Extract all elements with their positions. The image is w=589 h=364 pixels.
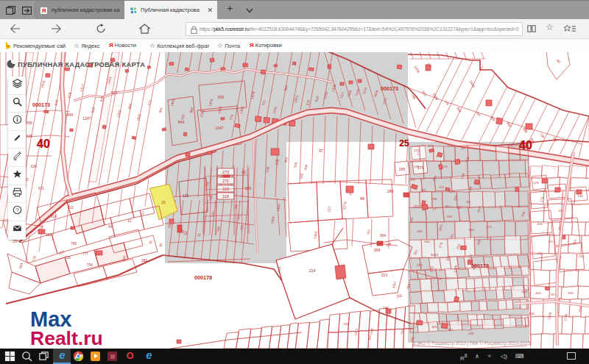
- svg-text:26: 26: [161, 200, 166, 204]
- svg-text:130: 130: [577, 194, 583, 198]
- svg-text:882: 882: [46, 233, 52, 237]
- svg-text:223: 223: [58, 250, 66, 256]
- svg-text:726: 726: [65, 256, 71, 260]
- svg-text:172: 172: [428, 144, 434, 148]
- svg-text:318: 318: [222, 194, 229, 199]
- svg-text:171: 171: [486, 225, 492, 229]
- svg-text:815: 815: [421, 90, 427, 98]
- svg-text:151: 151: [366, 229, 371, 235]
- svg-text:222: 222: [439, 185, 445, 189]
- svg-text:12: 12: [127, 219, 132, 223]
- svg-text:754: 754: [87, 263, 93, 267]
- svg-text:860: 860: [127, 103, 133, 110]
- svg-text:?: ?: [15, 207, 18, 214]
- svg-text:25: 25: [399, 138, 409, 149]
- svg-text:1303: 1303: [116, 110, 122, 118]
- svg-text:40: 40: [37, 138, 50, 150]
- svg-text:1602: 1602: [136, 113, 142, 122]
- svg-text:20: 20: [556, 59, 561, 64]
- svg-text:771: 771: [147, 99, 152, 106]
- svg-text:268: 268: [374, 248, 381, 252]
- svg-text:383: 383: [141, 259, 147, 263]
- svg-text:21: 21: [13, 240, 17, 243]
- svg-text:272: 272: [222, 179, 229, 183]
- svg-text:859: 859: [91, 107, 96, 113]
- svg-text:814: 814: [51, 215, 57, 218]
- svg-text:854: 854: [456, 107, 462, 114]
- svg-text:217: 217: [326, 206, 331, 213]
- svg-text:ЕЭКО © Росреестр 2010 | ПКК ©: ЕЭКО © Росреестр 2010 | ПКК © Росреестр …: [413, 340, 531, 346]
- svg-text:656: 656: [27, 121, 32, 125]
- svg-text:921: 921: [448, 328, 454, 332]
- svg-text:273: 273: [222, 170, 229, 174]
- svg-text:296: 296: [431, 197, 437, 201]
- svg-text:000173: 000173: [381, 85, 398, 92]
- svg-text:769: 769: [71, 242, 77, 246]
- svg-text:000178: 000178: [471, 263, 489, 269]
- svg-text:168: 168: [383, 306, 389, 310]
- svg-text:991: 991: [158, 107, 163, 113]
- svg-text:846: 846: [67, 113, 74, 117]
- svg-text:237: 237: [537, 251, 543, 255]
- svg-text:000178: 000178: [194, 274, 212, 281]
- svg-text:168: 168: [344, 322, 350, 326]
- svg-text:64: 64: [108, 225, 113, 229]
- svg-text:131: 131: [414, 149, 420, 152]
- svg-text:68: 68: [360, 196, 364, 201]
- svg-text:223: 223: [442, 165, 448, 168]
- svg-text:842: 842: [506, 121, 512, 129]
- svg-text:798: 798: [410, 93, 416, 101]
- svg-text:616: 616: [54, 99, 59, 106]
- svg-text:185: 185: [399, 167, 406, 171]
- svg-text:325: 325: [469, 332, 475, 335]
- svg-text:1274: 1274: [342, 201, 348, 210]
- svg-text:111: 111: [549, 240, 554, 243]
- svg-text:225: 225: [409, 178, 415, 182]
- svg-text:1256: 1256: [414, 65, 421, 74]
- svg-text:31: 31: [148, 240, 152, 245]
- svg-text:220: 220: [420, 188, 426, 192]
- svg-text:774: 774: [443, 99, 449, 107]
- svg-text:150: 150: [572, 239, 577, 246]
- svg-text:152: 152: [579, 254, 585, 258]
- svg-text:134: 134: [521, 290, 527, 293]
- svg-text:406: 406: [529, 312, 535, 315]
- svg-text:181: 181: [456, 206, 462, 210]
- svg-text:261: 261: [396, 293, 403, 299]
- svg-text:769: 769: [446, 215, 452, 218]
- svg-text:1319: 1319: [353, 328, 359, 336]
- svg-text:364: 364: [18, 263, 24, 269]
- svg-text:30: 30: [158, 243, 163, 248]
- svg-text:214: 214: [308, 268, 315, 273]
- svg-text:269: 269: [283, 157, 289, 163]
- svg-text:264: 264: [424, 240, 430, 243]
- svg-text:27: 27: [141, 210, 145, 215]
- svg-text:294: 294: [417, 229, 423, 233]
- svg-text:846: 846: [178, 120, 185, 124]
- svg-text:1353: 1353: [313, 231, 318, 239]
- svg-text:1347: 1347: [82, 116, 91, 121]
- svg-text:209: 209: [293, 162, 298, 168]
- svg-text:405: 405: [432, 325, 438, 329]
- svg-text:121: 121: [183, 193, 189, 198]
- svg-text:926: 926: [218, 95, 225, 99]
- svg-text:635: 635: [27, 135, 32, 138]
- svg-text:186: 186: [387, 189, 393, 193]
- svg-text:3157: 3157: [392, 281, 398, 289]
- svg-text:643: 643: [449, 190, 455, 193]
- svg-text:87: 87: [446, 204, 450, 208]
- svg-text:634: 634: [31, 165, 37, 168]
- svg-text:394: 394: [380, 233, 387, 238]
- svg-text:202: 202: [417, 263, 423, 267]
- svg-text:208: 208: [299, 173, 304, 179]
- svg-text:235: 235: [414, 165, 420, 168]
- svg-text:1706: 1706: [563, 313, 568, 321]
- svg-text:000173: 000173: [32, 101, 50, 108]
- svg-text:322: 322: [414, 204, 420, 208]
- svg-text:344: 344: [468, 228, 474, 232]
- svg-text:171: 171: [448, 144, 454, 148]
- svg-text:777: 777: [82, 252, 88, 256]
- svg-text:1435: 1435: [469, 80, 476, 89]
- svg-text:3513: 3513: [431, 253, 438, 257]
- svg-text:619: 619: [67, 92, 72, 99]
